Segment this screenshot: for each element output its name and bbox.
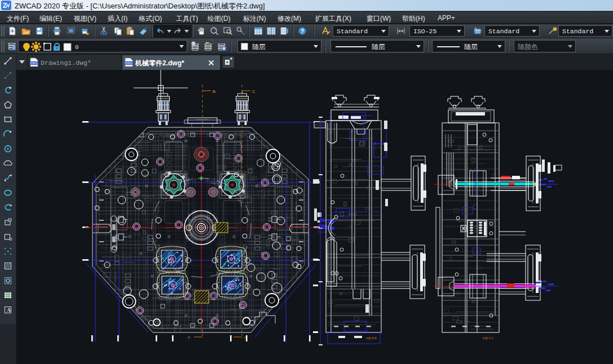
svg-text:?: ? <box>301 28 304 34</box>
svg-text:DWG: DWG <box>125 61 132 65</box>
svg-text:C: C <box>244 336 246 339</box>
svg-text:A: A <box>7 307 11 313</box>
svg-text:DWG: DWG <box>30 61 37 65</box>
svg-text:详图 C-C: 详图 C-C <box>482 336 494 340</box>
svg-text:B: B <box>213 90 215 94</box>
svg-text:C: C <box>252 90 255 94</box>
svg-text:0: 0 <box>75 44 79 51</box>
svg-text:B: B <box>188 336 190 339</box>
svg-text:详图 B-B: 详图 B-B <box>365 336 377 340</box>
